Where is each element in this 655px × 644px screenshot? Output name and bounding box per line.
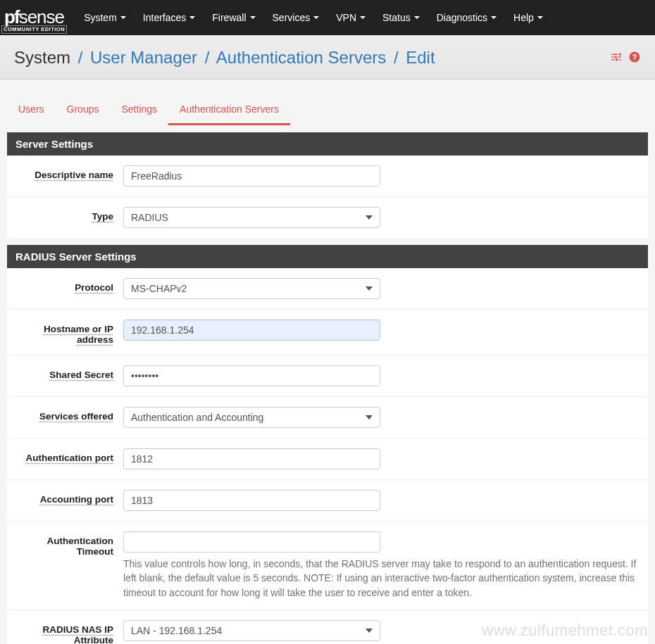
chevron-down-icon <box>537 16 543 19</box>
hostname-input[interactable] <box>123 320 380 341</box>
logo-subtitle: COMMUNITY EDITION <box>1 25 67 34</box>
label-nas-ip: RADIUS NAS IP Attribute <box>14 620 123 644</box>
nav-services[interactable]: Services <box>264 2 328 33</box>
breadcrumb-edit[interactable]: Edit <box>406 48 435 67</box>
label-auth-timeout: Authentication Timeout <box>14 531 123 557</box>
descriptive-name-input[interactable] <box>123 165 380 187</box>
label-auth-port: Authentication port <box>14 448 123 463</box>
tab-settings[interactable]: Settings <box>110 96 168 125</box>
chevron-down-icon <box>491 16 497 19</box>
page-header: System / User Manager / Authentication S… <box>0 35 655 80</box>
chevron-down-icon <box>313 16 319 19</box>
nav-firewall[interactable]: Firewall <box>204 2 263 33</box>
panel-server-settings: Server Settings Descriptive name Type RA… <box>7 132 648 238</box>
breadcrumb-root: System <box>14 48 70 67</box>
tab-auth-servers[interactable]: Authentication Servers <box>168 96 290 125</box>
header-actions: ? <box>610 51 641 65</box>
nas-ip-select[interactable]: LAN - 192.168.1.254 <box>123 620 380 641</box>
chevron-down-icon <box>360 16 366 19</box>
label-acct-port: Accounting port <box>14 490 123 505</box>
auth-timeout-input[interactable] <box>123 531 380 553</box>
top-navbar: pfsense COMMUNITY EDITION System Interfa… <box>0 0 655 35</box>
tab-groups[interactable]: Groups <box>56 96 111 125</box>
panel-radius-settings: RADIUS Server Settings Protocol MS-CHAPv… <box>7 245 648 644</box>
label-hostname: Hostname or IP address <box>14 320 123 345</box>
tabs: Users Groups Settings Authentication Ser… <box>0 80 655 125</box>
chevron-down-icon <box>120 16 126 19</box>
chevron-down-icon <box>414 16 420 19</box>
nav-diagnostics[interactable]: Diagnostics <box>428 2 505 33</box>
label-type: Type <box>14 207 123 222</box>
label-descriptive-name: Descriptive name <box>14 165 123 180</box>
chevron-down-icon <box>250 16 256 19</box>
nav-system[interactable]: System <box>75 2 135 33</box>
nav-help[interactable]: Help <box>505 2 551 33</box>
nav-items: System Interfaces Firewall Services VPN … <box>75 2 551 33</box>
help-icon[interactable]: ? <box>628 51 641 65</box>
panel-heading: Server Settings <box>7 132 648 156</box>
tab-users[interactable]: Users <box>7 96 56 125</box>
type-select[interactable]: RADIUS <box>123 207 380 228</box>
label-shared-secret: Shared Secret <box>14 365 123 380</box>
nav-interfaces[interactable]: Interfaces <box>135 2 204 33</box>
breadcrumb-user-manager[interactable]: User Manager <box>90 48 197 67</box>
breadcrumb: System / User Manager / Authentication S… <box>14 48 435 68</box>
nav-vpn[interactable]: VPN <box>328 2 374 33</box>
protocol-select[interactable]: MS-CHAPv2 <box>123 278 380 299</box>
label-services-offered: Services offered <box>14 407 123 422</box>
auth-timeout-help: This value controls how long, in seconds… <box>123 557 641 600</box>
logo[interactable]: pfsense COMMUNITY EDITION <box>0 6 75 34</box>
chevron-down-icon <box>189 16 195 19</box>
auth-port-input[interactable] <box>123 448 380 469</box>
breadcrumb-auth-servers[interactable]: Authentication Servers <box>216 48 386 67</box>
nav-status[interactable]: Status <box>374 2 428 33</box>
svg-text:?: ? <box>632 52 637 61</box>
acct-port-input[interactable] <box>123 490 380 511</box>
panel-heading: RADIUS Server Settings <box>7 245 648 268</box>
label-protocol: Protocol <box>14 278 123 293</box>
shared-secret-input[interactable] <box>123 365 380 386</box>
services-offered-select[interactable]: Authentication and Accounting <box>123 407 380 428</box>
sliders-icon[interactable] <box>610 51 623 65</box>
